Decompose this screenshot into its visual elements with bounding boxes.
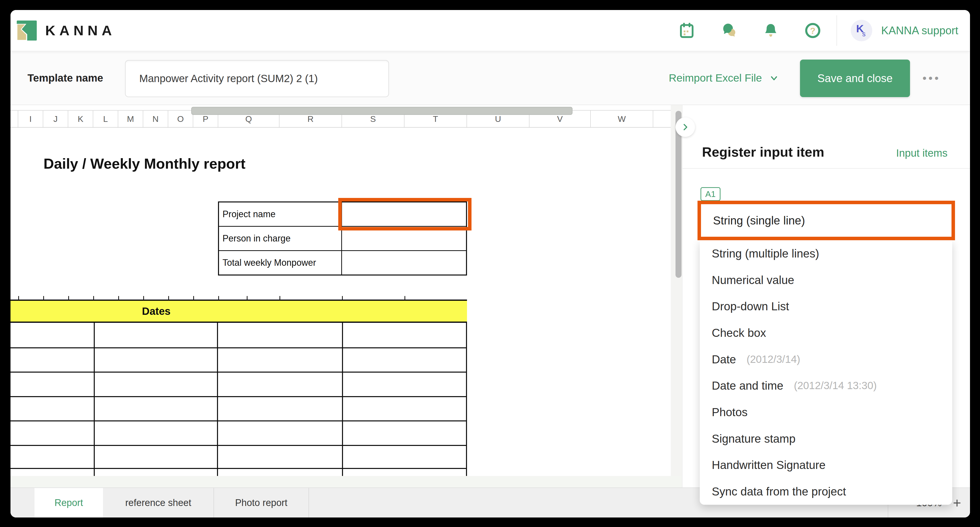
menu-item[interactable]: Date and time (2012/3/14 13:30) xyxy=(700,373,952,399)
menu-item[interactable]: Sync data from the project xyxy=(700,478,952,505)
top-nav: KANNA xyxy=(11,10,970,51)
template-name-label: Template name xyxy=(27,51,103,105)
column-header[interactable]: K xyxy=(68,110,93,127)
menu-item-label: Photos xyxy=(712,406,748,419)
grid-tick xyxy=(93,296,94,300)
menu-item-label: Check box xyxy=(712,326,766,340)
menu-item-label: Sync data from the project xyxy=(712,485,846,498)
calendar-icon xyxy=(678,22,695,39)
calendar-button[interactable] xyxy=(678,22,695,39)
panel-collapse-button[interactable] xyxy=(676,117,695,137)
panel-title: Register input item xyxy=(702,144,824,160)
selected-type-label: String (single line) xyxy=(713,214,805,227)
grid-line xyxy=(11,445,467,446)
menu-item[interactable]: Photos xyxy=(700,399,952,425)
menu-item-label: Drop-down List xyxy=(712,300,789,313)
grid-tick xyxy=(218,296,219,300)
reimport-excel-link[interactable]: Reimport Excel File xyxy=(669,51,779,105)
grid-tick xyxy=(193,296,194,300)
panel-divider xyxy=(682,168,970,169)
grid-tick xyxy=(168,296,169,300)
cell-ref-badge: A1 xyxy=(700,187,721,201)
input-type-menu: String (multiple lines) Numerical value … xyxy=(700,240,952,505)
menu-item[interactable]: String (multiple lines) xyxy=(700,240,952,267)
info-label-cell[interactable]: Total weekly Monpower xyxy=(219,251,342,275)
grid-line xyxy=(466,323,467,476)
input-type-selected[interactable]: String (single line) xyxy=(697,201,955,240)
svg-text:?: ? xyxy=(810,26,816,35)
tab-photo-report[interactable]: Photo report xyxy=(214,488,309,517)
column-header[interactable]: W xyxy=(591,110,653,127)
chat-icon xyxy=(721,22,737,39)
grid-line xyxy=(11,396,467,397)
column-header[interactable] xyxy=(11,110,18,127)
grid-tick xyxy=(68,296,69,300)
report-title: Daily / Weekly Monthly report xyxy=(43,155,245,172)
avatar-initial-s: s xyxy=(862,30,866,38)
column-header[interactable]: I xyxy=(18,110,43,127)
menu-item[interactable]: Handwritten Signature xyxy=(700,452,952,479)
menu-item[interactable]: Numerical value xyxy=(700,267,952,293)
menu-item[interactable]: Drop-down List xyxy=(700,293,952,319)
chevron-down-icon xyxy=(769,73,779,83)
account-name[interactable]: KANNA support xyxy=(881,24,958,37)
menu-item-hint: (2012/3/14) xyxy=(746,353,800,365)
menu-item-label: Signature stamp xyxy=(712,432,795,446)
menu-item[interactable]: Check box xyxy=(700,319,952,346)
info-value-cell[interactable] xyxy=(342,251,466,275)
dates-label: Dates xyxy=(119,305,194,317)
column-header[interactable]: L xyxy=(93,110,118,127)
menu-item[interactable]: Date (2012/3/14) xyxy=(700,346,952,373)
grid-tick xyxy=(143,296,144,300)
grid-tick xyxy=(247,296,248,300)
grid-line xyxy=(217,323,218,476)
logo-wordmark: KANNA xyxy=(45,22,116,38)
grid-tick xyxy=(18,296,19,300)
template-name-input[interactable] xyxy=(125,60,389,97)
template-bar: Template name Reimport Excel File Save a… xyxy=(11,51,970,105)
info-label-cell[interactable]: Person in charge xyxy=(219,227,342,250)
nav-divider xyxy=(837,15,837,46)
vertical-scrollbar-thumb[interactable] xyxy=(676,111,681,278)
chat-button[interactable] xyxy=(720,22,738,39)
help-button[interactable]: ? xyxy=(804,22,821,39)
kanna-logo[interactable]: KANNA xyxy=(17,19,116,42)
reimport-label: Reimport Excel File xyxy=(669,72,762,84)
grid-tick xyxy=(342,296,343,300)
menu-item-label: Handwritten Signature xyxy=(712,458,826,472)
register-input-panel: Register input item Input items A1 Strin… xyxy=(682,105,970,487)
column-header[interactable]: O xyxy=(168,110,193,127)
app-window: KANNA xyxy=(11,10,970,517)
column-header[interactable]: N xyxy=(143,110,168,127)
avatar[interactable]: K s xyxy=(851,20,872,41)
grid-line xyxy=(94,323,95,476)
menu-item-label: Numerical value xyxy=(712,273,794,287)
tab-reference-sheet[interactable]: reference sheet xyxy=(103,488,214,517)
menu-item-hint: (2012/3/14 13:30) xyxy=(794,380,877,391)
grid-tick xyxy=(118,296,119,300)
input-items-link[interactable]: Input items xyxy=(896,147,948,159)
column-header[interactable]: M xyxy=(118,110,143,127)
horizontal-scrollbar-thumb[interactable] xyxy=(191,107,573,115)
menu-item-label: String (multiple lines) xyxy=(712,247,819,260)
save-and-close-button[interactable]: Save and close xyxy=(800,59,910,97)
menu-item[interactable]: Signature stamp xyxy=(700,425,952,452)
grid-tick xyxy=(280,296,280,300)
tab-report[interactable]: Report xyxy=(35,488,103,517)
selected-cell-highlight[interactable] xyxy=(338,198,471,230)
more-options-button[interactable]: ••• xyxy=(923,51,940,105)
menu-item-label: Date xyxy=(712,353,736,366)
chevron-right-icon xyxy=(681,123,690,132)
horizontal-scrollbar-track xyxy=(11,476,682,487)
column-header[interactable] xyxy=(653,110,671,127)
info-label-cell[interactable]: Project name xyxy=(219,203,342,226)
grid-line xyxy=(11,372,467,373)
grid-line xyxy=(11,420,467,422)
column-header[interactable]: J xyxy=(43,110,68,127)
notifications-button[interactable] xyxy=(762,22,780,39)
bell-icon xyxy=(762,22,779,39)
dates-grid xyxy=(11,323,467,476)
nav-right-group: ? K s KANNA support xyxy=(654,10,958,51)
dates-header-band: Dates xyxy=(11,300,467,323)
help-icon: ? xyxy=(805,22,821,39)
